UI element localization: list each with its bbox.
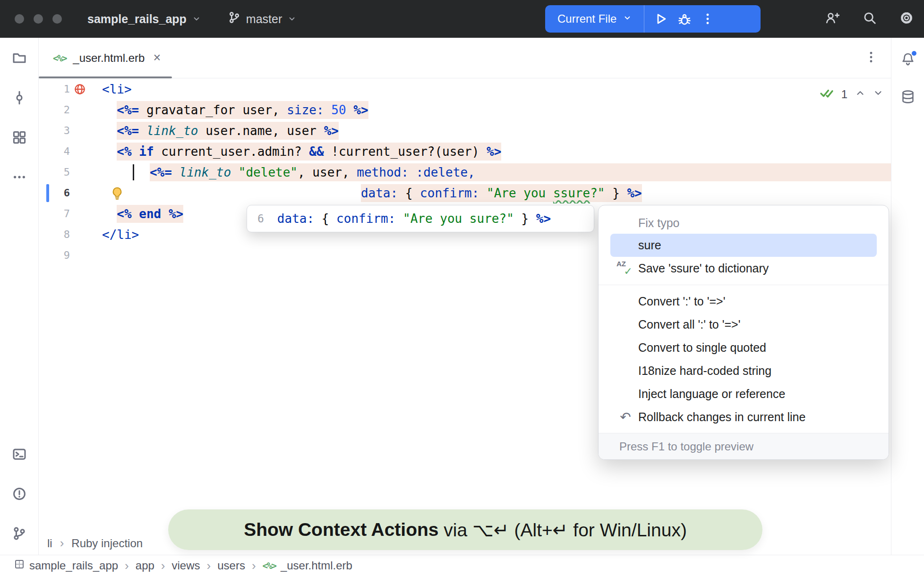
code-line[interactable]: 3 <%= link_to user.name, user %> bbox=[39, 120, 891, 141]
chevron-down-icon bbox=[623, 14, 632, 24]
problems-tool-button[interactable] bbox=[12, 487, 26, 503]
project-tool-button[interactable] bbox=[12, 51, 26, 67]
context-action-item[interactable]: Convert all ':' to '=>' bbox=[599, 313, 889, 336]
line-number[interactable]: 7 bbox=[39, 203, 70, 224]
gutter[interactable] bbox=[70, 79, 102, 100]
context-action-item[interactable]: Inject language or reference bbox=[599, 382, 889, 406]
gutter[interactable] bbox=[70, 203, 102, 224]
run-widget: Current File bbox=[545, 5, 761, 33]
commit-tool-button[interactable] bbox=[12, 91, 26, 107]
line-number[interactable]: 1 bbox=[39, 79, 70, 100]
gutter[interactable] bbox=[70, 224, 102, 245]
project-widget[interactable]: sample_rails_app bbox=[87, 12, 201, 26]
context-action-item[interactable]: AZ✓Save 'ssure' to dictionary bbox=[599, 257, 889, 280]
window-controls bbox=[0, 14, 62, 24]
code-token: <% bbox=[117, 143, 139, 161]
run-button[interactable] bbox=[654, 12, 668, 26]
line-number[interactable]: 6 bbox=[39, 183, 70, 203]
code-token: %> bbox=[536, 210, 551, 228]
gutter[interactable] bbox=[70, 100, 102, 120]
tab-user-html-erb[interactable]: <%> _user.html.erb × bbox=[39, 38, 172, 78]
breadcrumb-separator: › bbox=[60, 536, 64, 551]
database-tool-button[interactable] bbox=[901, 90, 915, 106]
code-token: if bbox=[139, 143, 154, 161]
branch-widget[interactable]: master bbox=[228, 11, 296, 26]
settings-gear-button[interactable] bbox=[899, 11, 914, 27]
line-number[interactable]: 9 bbox=[39, 245, 70, 266]
breadcrumb-separator: › bbox=[252, 559, 256, 573]
code-token bbox=[102, 205, 117, 223]
navbar-item[interactable]: views bbox=[172, 559, 200, 572]
window-minimize-button[interactable] bbox=[34, 14, 43, 24]
code-token: data: bbox=[277, 210, 322, 228]
code-line[interactable]: 5 <%= link_to "delete", user, method: :d… bbox=[39, 162, 891, 183]
context-actions-group-title: Fix typo bbox=[599, 212, 889, 234]
context-action-label: sure bbox=[638, 238, 661, 252]
code-line[interactable]: 1<li> bbox=[39, 79, 891, 100]
notifications-bell-button[interactable] bbox=[901, 52, 915, 68]
menu-separator bbox=[599, 285, 889, 285]
rollback-icon: ↶ bbox=[617, 411, 633, 424]
intention-bulb-icon[interactable] bbox=[111, 186, 124, 202]
gutter[interactable] bbox=[70, 183, 102, 203]
code-line[interactable]: 2 <%= gravatar_for user, size: 50 %> bbox=[39, 100, 891, 120]
previous-problem-button[interactable] bbox=[855, 88, 865, 101]
context-action-item[interactable]: ↶Rollback changes in current line bbox=[599, 406, 889, 429]
run-configuration-selector[interactable]: Current File bbox=[557, 12, 616, 25]
code-token: current_user.admin? bbox=[154, 143, 309, 161]
tab-close-icon[interactable]: × bbox=[153, 51, 161, 64]
inspections-widget[interactable]: 1 bbox=[820, 86, 883, 103]
context-action-label: Convert all ':' to '=>' bbox=[638, 318, 740, 331]
open-in-browser-icon[interactable] bbox=[74, 83, 86, 97]
window-zoom-button[interactable] bbox=[52, 14, 62, 24]
navbar-item[interactable]: sample_rails_app bbox=[14, 559, 118, 572]
code-token: && bbox=[309, 143, 324, 161]
navbar-item[interactable]: app bbox=[136, 559, 154, 572]
navbar-item-label: views bbox=[172, 559, 200, 572]
more-tool-windows-button[interactable] bbox=[12, 170, 26, 186]
navbar-item-label: sample_rails_app bbox=[29, 559, 118, 572]
line-number[interactable]: 3 bbox=[39, 120, 70, 141]
navbar-item[interactable]: <%>_user.html.erb bbox=[263, 559, 352, 572]
navbar-item-label: app bbox=[136, 559, 154, 572]
structure-tool-button[interactable] bbox=[12, 130, 26, 146]
context-action-item[interactable]: I18nize hard-coded string bbox=[599, 359, 889, 382]
hint-banner-title: Show Context Actions bbox=[244, 519, 438, 540]
navbar-item[interactable]: users bbox=[217, 559, 245, 572]
window-close-button[interactable] bbox=[15, 14, 24, 24]
code-token: %> bbox=[353, 101, 368, 119]
add-user-button[interactable] bbox=[825, 11, 840, 27]
gutter[interactable] bbox=[70, 245, 102, 266]
terminal-tool-button[interactable] bbox=[12, 447, 26, 463]
gutter[interactable] bbox=[70, 141, 102, 162]
line-number[interactable]: 8 bbox=[39, 224, 70, 245]
line-number[interactable]: 5 bbox=[39, 162, 70, 183]
debug-button[interactable] bbox=[677, 12, 692, 26]
breadcrumb-item[interactable]: li bbox=[47, 537, 52, 550]
code-token: , user, bbox=[298, 163, 357, 181]
code-line[interactable]: 4 <% if current_user.admin? && !current_… bbox=[39, 141, 891, 162]
more-actions-button[interactable] bbox=[701, 12, 714, 25]
code-line[interactable]: 6 data: { confirm: "Are you ssure?" } %> bbox=[39, 183, 891, 203]
right-tool-window-bar bbox=[891, 38, 924, 555]
git-tool-button[interactable] bbox=[12, 526, 26, 542]
search-button[interactable] bbox=[863, 11, 877, 27]
git-branch-icon bbox=[228, 11, 240, 26]
code-token: !current_user?(user) bbox=[324, 143, 487, 161]
context-action-item[interactable]: Convert to single quoted bbox=[599, 336, 889, 359]
context-action-item[interactable]: Convert ':' to '=>' bbox=[599, 290, 889, 313]
gutter[interactable] bbox=[70, 162, 102, 183]
code-token bbox=[102, 101, 117, 119]
breadcrumb-item[interactable]: Ruby injection bbox=[71, 537, 143, 550]
injected-fragment-highlight bbox=[475, 163, 891, 181]
line-number[interactable]: 4 bbox=[39, 141, 70, 162]
context-action-item[interactable]: sure bbox=[610, 234, 877, 257]
line-number[interactable]: 2 bbox=[39, 100, 70, 120]
gutter[interactable] bbox=[70, 120, 102, 141]
code-token: link_to bbox=[180, 163, 231, 181]
code-token: <%= bbox=[117, 101, 146, 119]
editor-options-kebab-button[interactable] bbox=[864, 51, 878, 66]
next-problem-button[interactable] bbox=[873, 88, 883, 101]
code-token: "delete" bbox=[239, 163, 298, 181]
code-token: %> bbox=[324, 122, 339, 140]
